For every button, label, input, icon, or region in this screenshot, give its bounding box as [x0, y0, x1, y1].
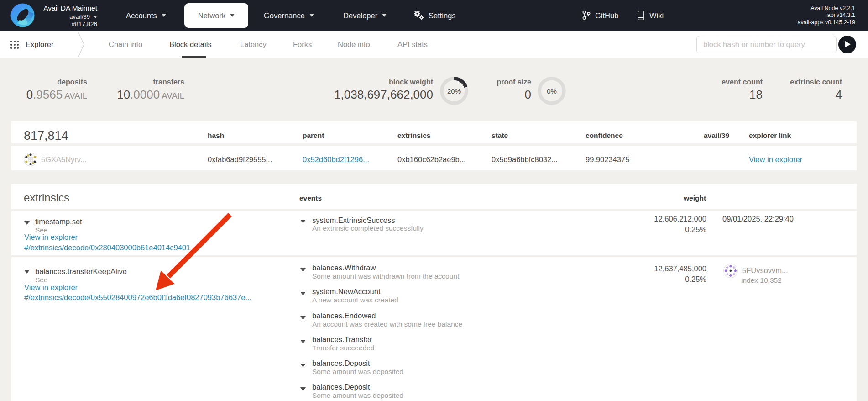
section-explorer-label[interactable]: Explorer	[26, 40, 53, 49]
nav-developer[interactable]: Developer	[343, 0, 387, 31]
extrinsic-timestamp: 09/01/2025, 22:29:40	[722, 215, 794, 223]
table-header-gap	[11, 143, 857, 146]
tab-api-stats[interactable]: API stats	[397, 40, 428, 49]
nav-accounts[interactable]: Accounts	[126, 0, 166, 31]
block-table-card: 817,814 hash parent extrinsics state con…	[11, 121, 857, 170]
signer-identicon[interactable]	[723, 264, 738, 278]
event-description: Some amount was deposited	[312, 368, 403, 376]
extrinsic-explorer-link[interactable]: View in explorer	[24, 233, 78, 242]
link-wiki[interactable]: Wiki	[637, 0, 664, 31]
event-name[interactable]: balances.Deposit	[312, 383, 370, 391]
expand-caret-icon[interactable]	[300, 340, 306, 343]
tab-forks[interactable]: Forks	[293, 40, 312, 49]
top-bar: Avail DA Mainnet avail/39 #817,826 Accou…	[0, 0, 868, 31]
avail-explorer-app: Avail DA Mainnet avail/39 #817,826 Accou…	[0, 0, 868, 401]
view-in-explorer-link[interactable]: View in explorer	[749, 155, 802, 164]
col-events: events	[299, 194, 322, 202]
event-name[interactable]: system.ExtrinsicSuccess	[312, 216, 395, 225]
expand-caret-icon[interactable]	[300, 364, 306, 367]
tab-block-details[interactable]: Block details	[169, 40, 212, 49]
apps-grid-icon	[10, 40, 19, 49]
summary-transfers: transfers 10.0000 AVAIL	[116, 78, 184, 102]
extrinsic-decode-link[interactable]: #/extrinsics/decode/0x55028400972e6b0f1d…	[24, 293, 251, 302]
extrinsic-weight-percent: 0.25%	[629, 225, 706, 234]
expand-caret-icon[interactable]	[300, 316, 306, 320]
tab-chain-info[interactable]: Chain info	[109, 40, 142, 49]
extrinsic-count-value: 4	[774, 89, 842, 100]
chevron-down-icon	[382, 14, 387, 17]
link-github[interactable]: GitHub	[582, 0, 618, 31]
col-weight: weight	[684, 194, 706, 202]
summary-block-weight: block weight 1,038,697,662,000	[296, 78, 433, 100]
extrinsic-method[interactable]: balances.transferKeepAlive	[35, 267, 127, 276]
chevron-down-icon	[230, 14, 235, 17]
col-explorer-link: explorer link	[749, 132, 791, 140]
summary-deposits: deposits 0.9565 AVAIL	[19, 78, 87, 102]
gears-icon	[413, 10, 424, 22]
node-version: Avail Node v2.2.1	[798, 5, 855, 12]
search-submit-button[interactable]	[838, 36, 856, 53]
tab-node-info[interactable]: Node info	[338, 40, 370, 49]
breadcrumb-divider	[75, 31, 86, 58]
event-description: A new account was created	[312, 296, 398, 304]
block-weight-value: 1,038,697,662,000	[296, 89, 433, 100]
chevron-down-icon	[309, 14, 314, 17]
extrinsic-method[interactable]: timestamp.set	[35, 217, 82, 226]
search-input[interactable]	[696, 36, 837, 53]
event-name[interactable]: balances.Deposit	[312, 359, 370, 368]
event-name[interactable]: balances.Endowed	[312, 311, 376, 320]
nav-governance[interactable]: Governance	[264, 0, 314, 31]
event-description: An account was created with some free ba…	[312, 320, 462, 328]
expand-caret-icon[interactable]	[300, 292, 306, 295]
event-description: Transfer succeeded	[312, 344, 374, 352]
extrinsics-table-card: extrinsics events weight timestamp.set S…	[11, 184, 857, 401]
summary-event-count: event count 18	[694, 78, 763, 100]
event-description: Some amount was withdrawn from the accou…	[312, 272, 459, 280]
block-hash: 0xfab6ad9f29555...	[208, 155, 272, 164]
chain-info[interactable]: Avail DA Mainnet avail/39 #817,826	[27, 4, 97, 27]
confidence-value: 99.90234375	[586, 155, 629, 164]
expand-caret-icon[interactable]	[24, 221, 30, 225]
col-avail39: avail/39	[704, 132, 729, 140]
nav-settings[interactable]: Settings	[413, 0, 456, 31]
chain-name: Avail DA Mainnet	[27, 4, 97, 12]
tab-latency[interactable]: Latency	[240, 40, 267, 49]
play-icon	[845, 41, 851, 47]
event-name[interactable]: balances.Withdraw	[312, 264, 376, 272]
extrinsic-weight: 12,606,212,000	[629, 215, 706, 223]
event-count-value: 18	[694, 89, 763, 100]
col-confidence: confidence	[586, 132, 623, 140]
block-author-identicon[interactable]	[24, 153, 37, 166]
chevron-down-icon	[94, 16, 97, 18]
extrinsic-decode-link[interactable]: #/extrinsics/decode/0x280403000b61e4014c…	[24, 243, 190, 252]
signer-index: index 10,352	[741, 276, 782, 285]
expand-caret-icon[interactable]	[24, 270, 30, 274]
git-branch-icon	[582, 10, 591, 22]
table-header-gap	[11, 209, 857, 211]
event-description: Some amount was deposited	[312, 391, 403, 400]
event-name[interactable]: system.NewAccount	[312, 287, 380, 296]
event-name[interactable]: balances.Transfer	[312, 335, 372, 344]
state-root: 0x5d9a6bbfc8032...	[492, 155, 558, 164]
parent-hash-link[interactable]: 0x52d60bd2f1296...	[303, 155, 369, 164]
expand-caret-icon[interactable]	[300, 220, 306, 223]
block-author-address[interactable]: 5GXA5Nyrv...	[41, 155, 87, 164]
chain-spec: avail/39	[27, 13, 97, 20]
nav-network-active[interactable]: Network	[184, 3, 248, 28]
row-divider	[11, 255, 857, 257]
expand-caret-icon[interactable]	[300, 387, 306, 391]
signer-address[interactable]: 5FUvsovvm...	[742, 266, 788, 275]
api-version: api v14.3.1	[798, 12, 855, 19]
apps-version: avail-apps v0.145.2-19	[798, 19, 855, 26]
deposits-frac: .9565	[33, 88, 63, 101]
block-number-heading: 817,814	[24, 129, 68, 143]
chain-best-block: #817,826	[27, 21, 97, 27]
col-parent: parent	[303, 132, 324, 140]
chevron-down-icon	[162, 14, 166, 17]
extrinsic-weight: 12,637,485,000	[629, 264, 706, 273]
active-tab-underline	[182, 56, 206, 58]
transfers-unit: AVAIL	[160, 91, 184, 100]
book-icon	[637, 10, 645, 22]
expand-caret-icon[interactable]	[300, 268, 306, 272]
extrinsic-explorer-link[interactable]: View in explorer	[24, 283, 78, 292]
